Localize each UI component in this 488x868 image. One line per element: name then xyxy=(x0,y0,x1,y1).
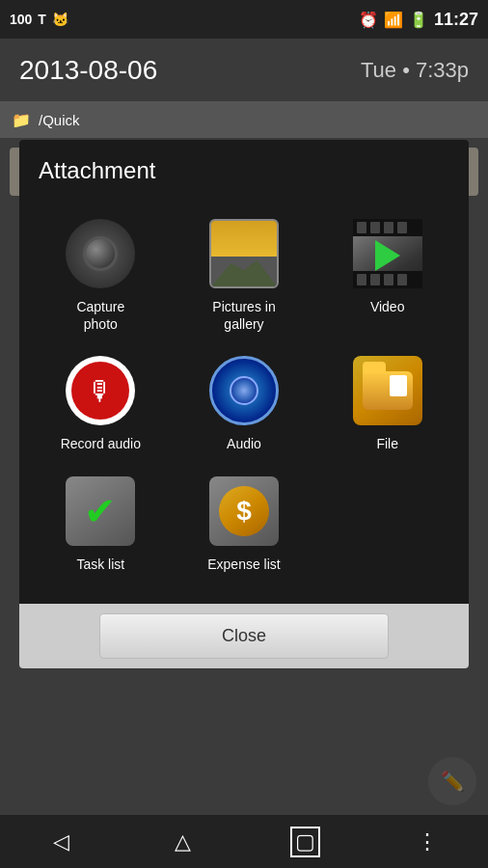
clock: 11:27 xyxy=(434,10,478,30)
audio-icon xyxy=(209,356,279,425)
dialog-title: Attachment xyxy=(19,140,469,198)
task-list-item[interactable]: ✔ Task list xyxy=(29,465,173,584)
header-day-time: Tue • 7:33p xyxy=(361,58,469,83)
gallery-mountain xyxy=(211,254,277,286)
network-icon: T xyxy=(38,12,46,27)
home-icon: △ xyxy=(175,829,191,854)
video-strips-top xyxy=(353,219,422,236)
record-audio-item[interactable]: 🎙 Record audio xyxy=(29,344,173,464)
more-button[interactable]: ⋮ xyxy=(403,823,451,861)
video-strips-bottom xyxy=(353,271,422,288)
audio-label: Audio xyxy=(227,435,261,452)
task-list-label: Task list xyxy=(76,556,124,573)
mic-icon: 🎙 xyxy=(66,356,135,425)
battery-icon: 🔋 xyxy=(409,11,428,29)
task-icon: ✔ xyxy=(66,476,135,546)
expense-list-item[interactable]: $ Expense list xyxy=(173,465,316,584)
checkmark-icon: ✔ xyxy=(84,489,117,533)
dollar-sign-icon: $ xyxy=(236,496,252,527)
expense-list-label: Expense list xyxy=(207,556,280,573)
recents-icon: ▢ xyxy=(290,827,320,857)
file-item[interactable]: File xyxy=(315,344,459,464)
recents-button[interactable]: ▢ xyxy=(281,823,329,861)
camera-lens xyxy=(83,236,118,271)
capture-photo-label: Capturephoto xyxy=(76,298,124,333)
back-icon: ◁ xyxy=(53,829,69,854)
header-date: 2013-08-06 xyxy=(19,55,157,86)
home-button[interactable]: △ xyxy=(159,823,207,861)
close-button[interactable]: Close xyxy=(99,613,389,659)
status-right: ⏰ 📶 🔋 11:27 xyxy=(359,10,478,30)
dollar-circle: $ xyxy=(219,486,269,536)
mic-red-bg: 🎙 xyxy=(71,362,129,420)
file-folder-shape xyxy=(363,371,413,410)
current-path: /Quick xyxy=(39,112,80,128)
file-label: File xyxy=(376,435,398,452)
folder-icon: 📁 xyxy=(12,111,31,129)
battery-level: 100 xyxy=(10,12,32,27)
video-icon xyxy=(353,219,422,288)
more-icon: ⋮ xyxy=(417,829,438,854)
file-icon xyxy=(353,356,422,425)
capture-photo-item[interactable]: Capturephoto xyxy=(29,207,173,344)
attachment-dialog: Attachment Capturephoto Pictures ingalle… xyxy=(19,140,469,668)
cat-icon: 🐱 xyxy=(52,12,68,27)
video-label: Video xyxy=(370,298,405,315)
nav-bar: ◁ △ ▢ ⋮ xyxy=(0,815,488,868)
pictures-gallery-label: Pictures ingallery xyxy=(212,298,275,333)
record-audio-label: Record audio xyxy=(61,435,141,452)
file-papers xyxy=(390,375,407,396)
mic-shape: 🎙 xyxy=(87,375,114,407)
camera-icon xyxy=(66,219,135,288)
expense-icon: $ xyxy=(209,476,279,546)
attachment-grid: Capturephoto Pictures ingallery xyxy=(19,198,469,604)
play-triangle xyxy=(375,240,400,271)
gallery-sky xyxy=(211,221,277,257)
wifi-icon: 📶 xyxy=(384,11,403,29)
dialog-close-area: Close xyxy=(19,604,469,668)
gallery-icon xyxy=(209,219,279,288)
pictures-gallery-item[interactable]: Pictures ingallery xyxy=(173,207,316,344)
path-bar: 📁 /Quick xyxy=(0,101,488,138)
back-button[interactable]: ◁ xyxy=(37,823,85,861)
audio-item[interactable]: Audio xyxy=(173,344,316,464)
status-left: 100 T 🐱 xyxy=(10,12,68,27)
alarm-icon: ⏰ xyxy=(359,11,378,29)
status-bar: 100 T 🐱 ⏰ 📶 🔋 11:27 xyxy=(0,0,488,39)
header: 2013-08-06 Tue • 7:33p xyxy=(0,39,488,101)
audio-inner-circle xyxy=(230,376,258,405)
video-item[interactable]: Video xyxy=(315,207,459,344)
